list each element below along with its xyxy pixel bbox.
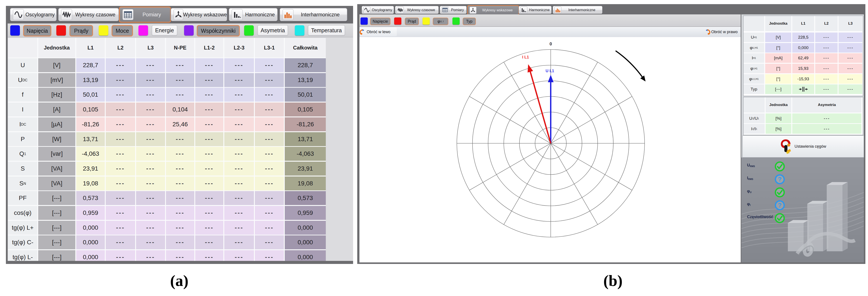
svg-text:?: ? — [778, 176, 781, 183]
svg-text:U L1: U L1 — [546, 69, 554, 73]
svg-text:?: ? — [778, 202, 781, 208]
svg-text:0: 0 — [549, 41, 552, 46]
svg-text:I L1: I L1 — [522, 55, 529, 59]
